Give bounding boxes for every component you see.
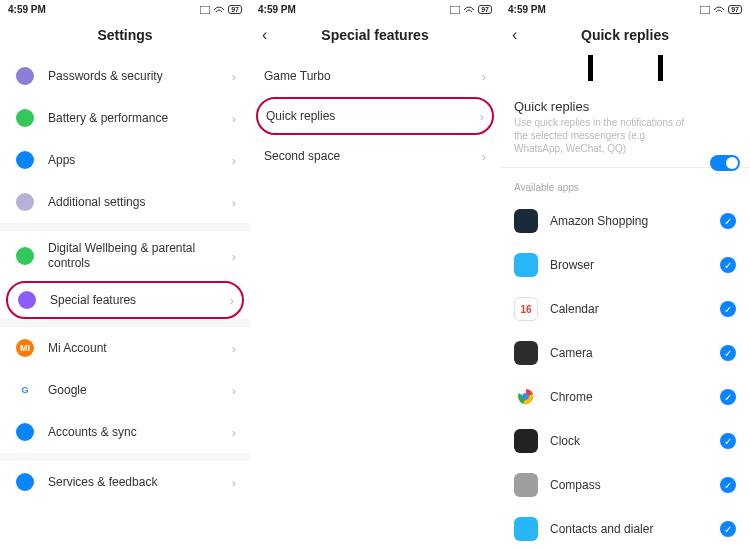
status-bar: 4:59 PM 97 (250, 0, 500, 19)
app-label: Compass (550, 478, 720, 492)
app-label: Browser (550, 258, 720, 272)
list-item[interactable]: Additional settings› (0, 181, 250, 223)
chevron-right-icon: › (232, 153, 236, 168)
app-row[interactable]: 16Calendar✓ (500, 287, 750, 331)
svg-rect-0 (200, 6, 210, 14)
sim-icon (450, 6, 460, 14)
check-icon[interactable]: ✓ (720, 213, 736, 229)
chevron-right-icon: › (232, 111, 236, 126)
app-row[interactable]: Camera✓ (500, 331, 750, 375)
item-label: Google (48, 383, 232, 398)
app-row[interactable]: Contacts and dialer✓ (500, 507, 750, 550)
page-title: Settings (97, 27, 152, 43)
app-row[interactable]: Chrome✓ (500, 375, 750, 419)
chevron-right-icon: › (232, 425, 236, 440)
app-icon (514, 209, 538, 233)
chevron-right-icon: › (232, 195, 236, 210)
available-apps-list: Amazon Shopping✓Browser✓16Calendar✓Camer… (500, 199, 750, 550)
chevron-right-icon: › (232, 475, 236, 490)
status-bar: 4:59 PM 97 (500, 0, 750, 19)
chevron-right-icon: › (232, 383, 236, 398)
additional-icon (16, 193, 34, 211)
special-features-panel: 4:59 PM 97 ‹ Special features Game Turbo… (250, 0, 500, 550)
item-label: Quick replies (266, 109, 480, 124)
item-label: Services & feedback (48, 475, 232, 490)
app-row[interactable]: Compass✓ (500, 463, 750, 507)
app-label: Camera (550, 346, 720, 360)
fingerprint-icon (16, 67, 34, 85)
list-item[interactable]: GGoogle› (0, 369, 250, 411)
services-icon (16, 473, 34, 491)
chevron-right-icon: › (232, 69, 236, 84)
check-icon[interactable]: ✓ (720, 477, 736, 493)
accounts-icon (16, 423, 34, 441)
sim-icon (700, 6, 710, 14)
page-title: Quick replies (581, 27, 669, 43)
list-item[interactable]: Second space› (250, 135, 500, 177)
status-indicators: 97 (200, 5, 242, 14)
available-apps-label: Available apps (500, 172, 750, 199)
list-item[interactable]: Quick replies› (256, 97, 494, 135)
list-item[interactable]: Battery & performance› (0, 97, 250, 139)
check-icon[interactable]: ✓ (720, 301, 736, 317)
app-label: Chrome (550, 390, 720, 404)
app-row[interactable]: Browser✓ (500, 243, 750, 287)
section-divider (0, 453, 250, 461)
quick-replies-toggle[interactable] (710, 155, 740, 171)
section-divider (0, 223, 250, 231)
page-title: Special features (321, 27, 428, 43)
app-icon (514, 517, 538, 541)
app-row[interactable]: Amazon Shopping✓ (500, 199, 750, 243)
svg-rect-2 (700, 6, 710, 14)
app-label: Clock (550, 434, 720, 448)
settings-list: Passwords & security›Battery & performan… (0, 55, 250, 550)
back-button[interactable]: ‹ (262, 26, 267, 44)
settings-header: Settings (0, 19, 250, 55)
list-item[interactable]: Passwords & security› (0, 55, 250, 97)
svg-rect-1 (450, 6, 460, 14)
status-bar: 4:59 PM 97 (0, 0, 250, 19)
check-icon[interactable]: ✓ (720, 345, 736, 361)
section-divider (0, 319, 250, 327)
special-features-list: Game Turbo›Quick replies›Second space› (250, 55, 500, 550)
item-label: Battery & performance (48, 111, 232, 126)
wellbeing-icon (16, 247, 34, 265)
quick-replies-toggle-row[interactable]: Quick replies Use quick replies in the n… (500, 87, 750, 168)
item-label: Accounts & sync (48, 425, 232, 440)
tab-indicator (500, 55, 750, 87)
check-icon[interactable]: ✓ (720, 433, 736, 449)
toggle-subtitle: Use quick replies in the notifications o… (514, 116, 736, 155)
list-item[interactable]: MIMi Account› (0, 327, 250, 369)
status-time: 4:59 PM (8, 4, 46, 15)
chevron-right-icon: › (482, 69, 486, 84)
chevron-right-icon: › (480, 109, 484, 124)
wifi-icon (714, 6, 724, 14)
list-item[interactable]: Game Turbo› (250, 55, 500, 97)
settings-panel: 4:59 PM 97 Settings Passwords & security… (0, 0, 250, 550)
app-icon (514, 429, 538, 453)
item-label: Digital Wellbeing & parental controls (48, 241, 232, 271)
list-item[interactable]: Special features› (6, 281, 244, 319)
app-label: Amazon Shopping (550, 214, 720, 228)
battery-icon (16, 109, 34, 127)
app-icon: 16 (514, 297, 538, 321)
item-label: Passwords & security (48, 69, 232, 84)
check-icon[interactable]: ✓ (720, 521, 736, 537)
back-button[interactable]: ‹ (512, 26, 517, 44)
item-label: Second space (264, 149, 482, 164)
item-label: Apps (48, 153, 232, 168)
check-icon[interactable]: ✓ (720, 257, 736, 273)
app-row[interactable]: Clock✓ (500, 419, 750, 463)
check-icon[interactable]: ✓ (720, 389, 736, 405)
list-item[interactable]: Services & feedback› (0, 461, 250, 503)
quick-replies-panel: 4:59 PM 97 ‹ Quick replies Quick replies… (500, 0, 750, 550)
list-item[interactable]: Apps› (0, 139, 250, 181)
list-item[interactable]: Accounts & sync› (0, 411, 250, 453)
app-label: Calendar (550, 302, 720, 316)
apps-icon (16, 151, 34, 169)
chevron-right-icon: › (232, 341, 236, 356)
app-icon (514, 385, 538, 409)
battery-icon: 97 (478, 5, 492, 14)
list-item[interactable]: Digital Wellbeing & parental controls› (0, 231, 250, 281)
quick-replies-header: ‹ Quick replies (500, 19, 750, 55)
